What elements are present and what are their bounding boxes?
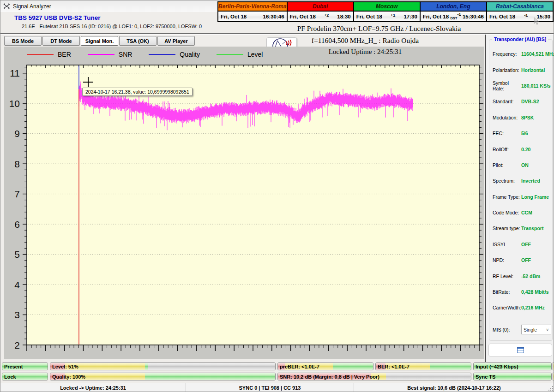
- clock-city-label: Moscow: [354, 2, 420, 12]
- transponder-row: CarrierWidth:0,216 MHz: [493, 300, 551, 315]
- transponder-value: DVB-S2: [521, 99, 539, 104]
- ytick-label-5: 5: [14, 249, 20, 260]
- transponder-label: Symbol Rate:: [493, 80, 521, 91]
- transponder-label: RF Level:: [493, 273, 521, 279]
- transponder-row: BitRate:0,428 Mbit/s: [493, 284, 551, 300]
- transponder-row: Pilot:ON: [493, 157, 551, 173]
- transponder-label: ISSYI: [493, 242, 521, 247]
- ytick-label-2: 2: [14, 340, 20, 350]
- transponder-value: Long Frame: [521, 194, 549, 200]
- transponder-row: Spectrum:Inverted: [493, 173, 551, 189]
- ytick-label-10: 10: [9, 98, 20, 109]
- transponder-label: Polarization:: [493, 67, 521, 73]
- ytick-label-8: 8: [14, 159, 20, 169]
- gauge-label: Sync TS: [476, 373, 495, 380]
- mis-label: MIS (0):: [493, 327, 521, 333]
- ytick-label-7: 7: [14, 189, 20, 199]
- clock-city-label: Berlin-Paris-Vienna-Roma: [218, 2, 287, 12]
- transponder-value: -52 dBm: [521, 273, 540, 279]
- transponder-label: BitRate:: [493, 289, 521, 295]
- transponder-value: CCM: [521, 210, 532, 215]
- transponder-row: Standard:DVB-S2: [493, 94, 551, 109]
- resize-grip[interactable]: [548, 386, 554, 391]
- legend-item-ber: BER: [27, 51, 71, 58]
- utc-offset: -1: [524, 13, 528, 18]
- statusbar-best-signal: Best signal: 10,6 dB (2024-10-17 16:22): [354, 383, 554, 392]
- transponder-label: CarrierWidth:: [493, 305, 521, 310]
- transponder-value: Horizontal: [521, 67, 545, 73]
- tab-bs-mode[interactable]: BS Mode: [4, 36, 42, 46]
- signal-analyzer-window: Signal Analyzer Berlin-Paris-Vienna-Roma…: [0, 0, 554, 392]
- gauge-label: Quality: 100%: [52, 373, 85, 380]
- transponder-label: Frequency:: [493, 51, 521, 57]
- transponder-value: 11604,521 MHz: [521, 51, 554, 57]
- legend-item-snr: SNR: [88, 51, 132, 58]
- clock-city-label: Rabat-Casablanca: [487, 2, 553, 12]
- tab-dt-mode[interactable]: DT Mode: [42, 36, 80, 46]
- tuner-name: TBS 5927 USB DVB-S2 Tuner: [14, 14, 101, 21]
- clock-offset: DST-1: [449, 12, 463, 20]
- ts-table-button[interactable]: [488, 344, 552, 356]
- gauge-label: SNR: 10,2 dB (Margin: 0,8 dB | Very Poor…: [280, 373, 379, 380]
- clock-rabat-casablanca: Rabat-CasablancaFri, Oct 18-115:30: [486, 1, 554, 22]
- gauge-segment-green: [145, 363, 148, 370]
- transponder-row: Code Mode:CCM: [493, 205, 551, 220]
- gauge-syncts: Sync TS: [473, 373, 552, 380]
- transponder-label: Code Mode:: [493, 210, 521, 215]
- gauge-label: Present: [4, 363, 23, 370]
- gauge-segment-silver: [386, 373, 471, 380]
- transponder-label: Stream type:: [493, 226, 521, 231]
- ytick-label-9: 9: [14, 128, 20, 139]
- ytick-label-6: 6: [14, 219, 20, 230]
- chart-tooltip: 2024-10-17 16.21.38, value: 10,699999809…: [82, 88, 193, 96]
- mis-dropdown[interactable]: Single∨: [521, 325, 551, 334]
- tab-signal-mon-[interactable]: Signal Mon.: [81, 36, 118, 46]
- transponder-value: OFF: [521, 242, 531, 247]
- transponder-value: 180,011 KS/s: [521, 83, 551, 89]
- header-divider: [0, 33, 554, 35]
- gauge-present: Present: [2, 362, 48, 370]
- gauge-label: Lock: [4, 373, 16, 380]
- transponder-value: OFF: [521, 257, 531, 263]
- clock-date: Fri, Oct 18: [489, 14, 515, 19]
- clock-city-label: London, Eng: [421, 2, 486, 12]
- legend-label: BER: [58, 51, 71, 58]
- mouse-cursor-icon: [532, 17, 540, 25]
- table-icon: [517, 347, 524, 353]
- dst-note: DST: [450, 17, 457, 21]
- gauge-quality: Quality: 100%: [50, 373, 276, 380]
- gauge-segment-green: [333, 363, 373, 370]
- clock-dubai: DubaiFri, Oct 18+218:30: [287, 1, 354, 22]
- transponder-label: FEC:: [493, 131, 521, 136]
- transponder-value: ON: [521, 162, 529, 168]
- gauge-lock: Lock: [2, 373, 48, 380]
- utc-offset: -1: [457, 12, 461, 17]
- tuner-details: 21.6E - Eutelsat 21B SES 16 (ID: 0216) @…: [22, 24, 202, 29]
- world-clocks: Berlin-Paris-Vienna-RomaFri, Oct 1816:30…: [217, 1, 554, 22]
- legend-label: Quality: [180, 51, 200, 58]
- clock-time: Fri, Oct 18+117:30: [354, 12, 420, 21]
- clock-london-eng: London, EngFri, Oct 18DST-115:30:46: [420, 1, 487, 22]
- clock-date: Fri, Oct 18: [290, 14, 316, 19]
- transponder-value: 0,428 Mbit/s: [521, 289, 549, 295]
- transponder-row: RF Level:-52 dBm: [493, 268, 551, 284]
- clock-time: Fri, Oct 1816:30:46: [218, 12, 287, 21]
- mis-row: MIS (0):Single∨: [493, 322, 551, 338]
- ytick-label-11: 11: [10, 68, 20, 78]
- gauge-label: preBER: <1.0E-7: [280, 363, 319, 370]
- tab-tsa-ok-[interactable]: TSA (OK): [119, 36, 157, 46]
- legend-color-dash: [217, 54, 243, 55]
- tab-av-player[interactable]: AV Player: [157, 36, 195, 46]
- statusbar: Locked -> Uptime: 24:25:31 SYNC 0 | TEI …: [0, 383, 554, 392]
- transponder-row: Polarization:Horizontal: [493, 62, 551, 77]
- transponder-panel: Transponder (AU) [BS] Frequency:11604,52…: [485, 35, 554, 362]
- transponder-value: Inverted: [521, 178, 540, 184]
- clock-berlin-paris-vienna-roma: Berlin-Paris-Vienna-RomaFri, Oct 1816:30…: [217, 1, 288, 22]
- mis-value: Single: [524, 327, 546, 333]
- transponder-rows: Frequency:11604,521 MHzPolarization:Hori…: [493, 46, 551, 338]
- utc-offset: +2: [324, 13, 329, 18]
- gauge-label: Input (~423 Kbps): [476, 363, 518, 370]
- clock-time: Fri, Oct 18+218:30: [288, 12, 353, 21]
- legend-color-dash: [27, 54, 54, 55]
- clock-moscow: MoscowFri, Oct 18+117:30: [353, 1, 421, 22]
